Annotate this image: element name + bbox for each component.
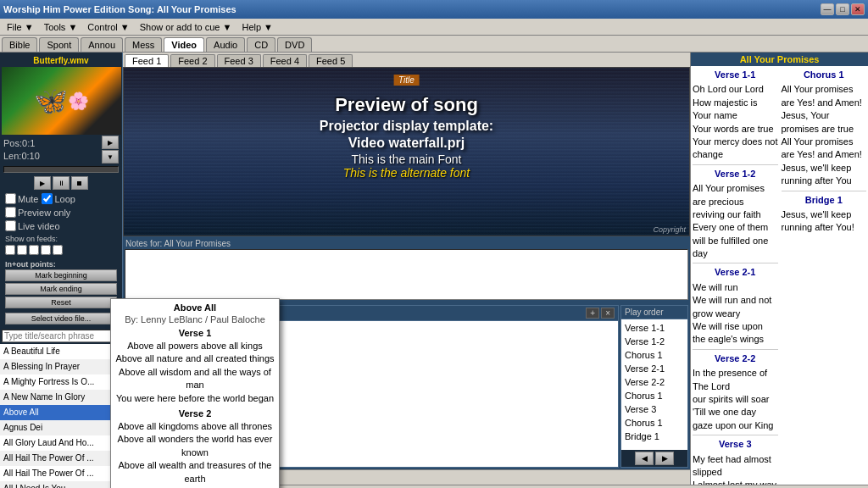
menu-control[interactable]: Control ▼ <box>82 20 134 34</box>
po-item[interactable]: Chorus 1 <box>623 389 686 402</box>
preview-line3: Video waterfall.prj <box>124 135 689 152</box>
song-item[interactable]: All Hail The Power Of ... <box>0 451 122 466</box>
play-button[interactable]: ▶ <box>34 176 51 190</box>
tab-spont[interactable]: Spont <box>39 37 79 52</box>
feed-cb-1[interactable] <box>5 245 15 255</box>
pause-button[interactable]: ⏸ <box>53 176 70 190</box>
video-scrubber[interactable] <box>3 166 119 173</box>
feed-tab-1[interactable]: Feed 1 <box>125 54 169 67</box>
right-col-1: Verse 1-1 Oh Lord our LordHow majestic i… <box>691 66 780 485</box>
tab-audio[interactable]: Audio <box>206 37 245 52</box>
feed-tab-4[interactable]: Feed 4 <box>263 54 307 67</box>
song-list: A Beautiful Life A Blessing In Prayer A … <box>0 344 122 488</box>
scrubber-container <box>2 164 120 175</box>
menu-help[interactable]: Help ▼ <box>236 20 278 34</box>
feed-cb-5[interactable] <box>53 245 63 255</box>
volume-btn[interactable]: ▼ <box>102 150 119 164</box>
po-item[interactable]: Verse 1-2 <box>623 335 686 348</box>
po-item[interactable]: Verse 2-1 <box>623 362 686 375</box>
verse12-text: All Your promises are preciousreviving o… <box>693 181 778 261</box>
preview-copyright: Copyright <box>653 225 686 234</box>
verse22-header: Verse 2-2 <box>693 352 778 366</box>
song-item[interactable]: All I Need Is You <box>0 481 122 488</box>
feed-tab-5[interactable]: Feed 5 <box>309 54 353 67</box>
tab-cd[interactable]: CD <box>247 37 275 52</box>
po-item[interactable]: Bridge 1 <box>623 430 686 443</box>
song-item[interactable]: A Mighty Fortress Is O... <box>0 374 122 390</box>
tab-mess[interactable]: Mess <box>125 37 162 52</box>
verse3-header: Verse 3 <box>693 437 778 452</box>
minimize-button[interactable]: — <box>821 3 834 15</box>
seek-right-btn[interactable]: ▶ <box>102 136 119 149</box>
mute-checkbox[interactable]: Mute <box>5 193 38 204</box>
loop-checkbox[interactable]: Loop <box>42 193 75 204</box>
song-item[interactable]: All Hail The Power Of ... <box>0 466 122 481</box>
tab-video[interactable]: Video <box>164 37 204 52</box>
menu-file[interactable]: File ▼ <box>2 20 39 34</box>
reset-button[interactable]: Reset <box>5 297 117 308</box>
playback-buttons: ▶ ⏸ ⏹ <box>2 175 120 191</box>
po-item[interactable]: Chorus 1 <box>623 348 686 362</box>
bridge1-text: Jesus, we'll keep running after You! <box>782 208 867 236</box>
po-item[interactable]: Verse 2-2 <box>623 375 686 389</box>
song-list-section: A Beautiful Life A Blessing In Prayer A … <box>0 328 122 488</box>
feed-cb-4[interactable] <box>41 245 51 255</box>
select-video-button[interactable]: Select video file... <box>5 313 117 324</box>
popup-verse1-text: Above all powers above all kingsAbove al… <box>114 340 275 405</box>
show-on-feeds-section: Show on feeds: <box>2 233 120 258</box>
verse11-header: Verse 1-1 <box>693 68 778 82</box>
menu-show-add[interactable]: Show or add to cue ▼ <box>135 20 237 34</box>
verse11-text: Oh Lord our LordHow majestic is Your nam… <box>693 82 778 162</box>
tab-bible[interactable]: Bible <box>2 37 37 52</box>
preview-line2: Projector display template: <box>124 118 689 136</box>
song-item[interactable]: A Blessing In Prayer <box>0 359 122 374</box>
verse12-header: Verse 1-2 <box>693 167 778 181</box>
cue-add-button[interactable]: + <box>586 308 599 319</box>
popup-verse2-header: Verse 2 <box>114 408 275 419</box>
song-item[interactable]: A Beautiful Life <box>0 344 122 359</box>
right-panel: All Your Promises Verse 1-1 Oh Lord our … <box>690 53 868 485</box>
song-item[interactable]: A New Name In Glory <box>0 390 122 405</box>
song-item-above-all[interactable]: Above All <box>0 405 122 420</box>
song-search-input[interactable] <box>2 330 120 342</box>
play-order-header: Play order <box>621 306 687 319</box>
song-item[interactable]: Agnus Dei <box>0 420 122 435</box>
video-thumbnail: 🦋 🌸 <box>2 67 121 135</box>
play-order-prev-button[interactable]: ◀ <box>635 452 654 465</box>
show-on-feeds-label: Show on feeds: <box>5 235 117 243</box>
feed-tab-2[interactable]: Feed 2 <box>170 54 214 67</box>
po-item[interactable]: Verse 3 <box>623 402 686 416</box>
title-bar-controls: — □ ✕ <box>821 3 865 15</box>
maximize-button[interactable]: □ <box>836 3 849 15</box>
feed-tab-3[interactable]: Feed 3 <box>217 54 261 67</box>
verse3-text: My feet had almost slippedI almost lost … <box>693 452 778 485</box>
tab-dvd[interactable]: DVD <box>277 37 312 52</box>
title-bar-text: Worship Him Power Edition Song: All Your… <box>3 4 236 14</box>
mark-beginning-button[interactable]: Mark beginning <box>5 269 117 281</box>
mark-ending-button[interactable]: Mark ending <box>5 283 117 295</box>
close-button[interactable]: ✕ <box>851 3 865 15</box>
chorus1-header: Chorus 1 <box>782 68 867 82</box>
main-layout: Butterfly.wmv 🦋 🌸 Pos:0:1 Len:0:10 ▶ ▼ <box>0 53 868 485</box>
feed-cb-2[interactable] <box>17 245 27 255</box>
live-video-checkbox[interactable]: Live video <box>5 220 117 231</box>
po-item[interactable]: Chorus 1 <box>623 416 686 430</box>
cue-delete-button[interactable]: × <box>601 308 615 319</box>
song-popup: Above All By: Lenny LeBlanc / Paul Baloc… <box>110 298 280 488</box>
right-col-2: Chorus 1 All Your promises are Yes! and … <box>780 66 869 485</box>
po-item[interactable]: Verse 1-1 <box>623 321 686 335</box>
play-order-next-button[interactable]: ▶ <box>655 452 674 465</box>
song-item[interactable]: All Glory Laud And Ho... <box>0 435 122 451</box>
preview-text-area: Preview of song Projector display templa… <box>124 93 689 180</box>
tab-annou[interactable]: Annou <box>81 37 123 52</box>
preview-background: Title Preview of song Projector display … <box>124 68 689 236</box>
menu-tools[interactable]: Tools ▼ <box>39 20 83 34</box>
preview-only-checkbox[interactable]: Preview only <box>5 207 70 218</box>
feed-cb-3[interactable] <box>29 245 39 255</box>
popup-verse2-text: Above all kingdoms above all thronesAbov… <box>114 420 275 488</box>
notes-input[interactable] <box>125 249 688 300</box>
preview-title-overlay: Title <box>393 75 420 86</box>
stop-button[interactable]: ⏹ <box>71 176 88 190</box>
len-label: Len:0:10 <box>3 150 40 162</box>
video-section: Butterfly.wmv 🦋 🌸 Pos:0:1 Len:0:10 ▶ ▼ <box>0 53 122 328</box>
